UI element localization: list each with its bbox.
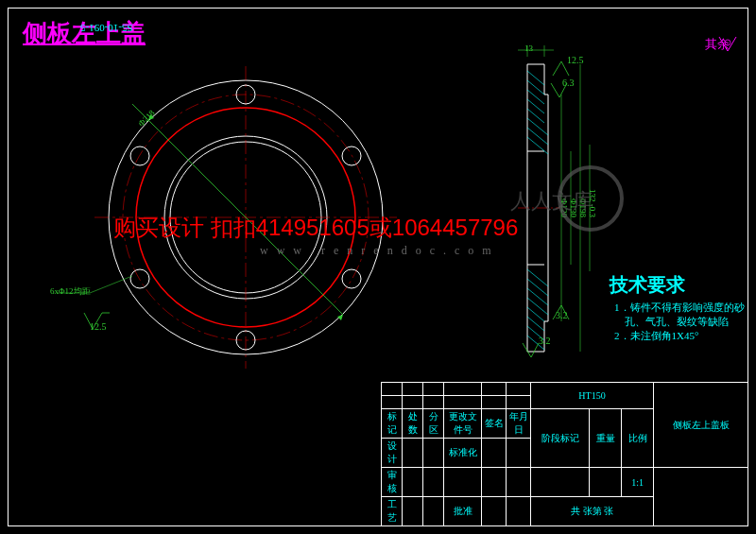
svg-point-12 <box>130 146 149 165</box>
surface-finish-symbol <box>716 34 743 55</box>
svg-point-9 <box>342 269 361 288</box>
dim-13: 13 <box>524 43 533 53</box>
title-block: HT150 侧板左上盖板 标记处数分区更改文件号签名年月日 阶段标记 重量 比例… <box>381 382 748 526</box>
svg-line-25 <box>527 269 548 286</box>
material-cell: HT150 <box>531 383 654 409</box>
svg-point-44 <box>725 40 730 45</box>
roughness-val-4: 3.2 <box>556 310 568 320</box>
watermark-logo-text: 人人文库 <box>510 187 593 215</box>
svg-line-27 <box>527 288 548 305</box>
svg-line-21 <box>527 109 544 123</box>
bolt-circle-label: 6xΦ12均距 <box>50 285 91 298</box>
roughness-val-2: 12.5 <box>567 55 584 65</box>
svg-line-17 <box>527 71 544 85</box>
svg-line-23 <box>527 128 548 145</box>
watermark-url: w w w . r e n r e n d o c . c o m <box>260 244 494 258</box>
svg-line-41 <box>90 276 132 293</box>
watermark-text: 购买设计 扣扣414951605或1064457796 <box>113 213 518 243</box>
svg-line-20 <box>527 99 544 113</box>
roughness-val-1: 12.5 <box>90 321 107 332</box>
svg-line-30 <box>527 317 544 331</box>
tech-req-body: 1．铸件不得有影响强度的砂 孔、气孔、裂纹等缺陷 2．未注倒角1X45° <box>614 301 745 343</box>
part-name-cell: 侧板左上盖板 <box>654 383 748 468</box>
roughness-val-3: 3.2 <box>539 336 551 346</box>
svg-line-26 <box>527 279 548 296</box>
svg-point-8 <box>342 146 361 165</box>
svg-line-19 <box>527 90 544 104</box>
svg-line-22 <box>527 118 548 135</box>
svg-line-28 <box>527 298 548 315</box>
tech-req-title: 技术要求 <box>610 272 685 298</box>
svg-line-18 <box>527 80 544 95</box>
